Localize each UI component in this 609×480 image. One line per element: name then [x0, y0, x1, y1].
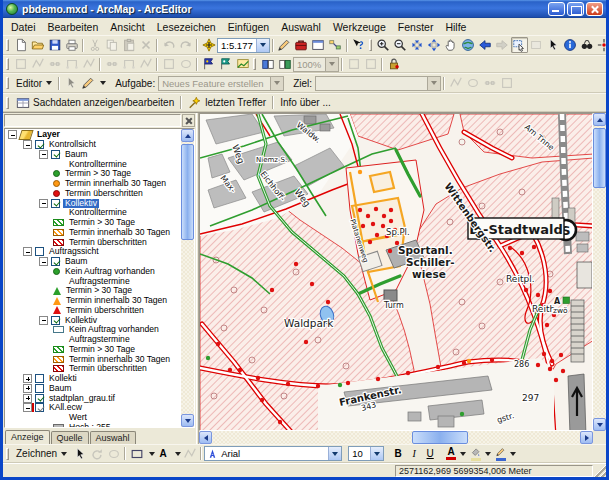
collapse-icon[interactable] — [23, 403, 32, 412]
fixed-zoom-out-button[interactable] — [426, 37, 443, 53]
menu-ansicht[interactable]: Ansicht — [104, 20, 150, 34]
layer-checkbox[interactable] — [51, 316, 60, 325]
go-back-button[interactable] — [477, 37, 494, 53]
toc-scrollbar[interactable] — [181, 129, 194, 427]
bold-button[interactable]: B — [390, 446, 406, 461]
toc-row-baum3[interactable]: Baum — [5, 384, 181, 394]
zoom-out-tool[interactable] — [392, 37, 409, 53]
add-data-button[interactable] — [200, 37, 217, 53]
font-name-value[interactable]: Arial — [218, 448, 328, 459]
map-canvas[interactable]: S E.-Stadtwald Sportanl. Schiller- wiese… — [199, 113, 593, 431]
scrollbar-thumb[interactable] — [412, 431, 468, 444]
scroll-up-icon[interactable] — [181, 129, 194, 142]
italic-button[interactable]: I — [406, 446, 422, 461]
layer-checkbox-warning[interactable] — [35, 403, 44, 412]
toc-row-kall[interactable]: KAll.ecw — [5, 403, 181, 413]
zeichnen-menu-button[interactable]: Zeichnen — [12, 446, 71, 462]
font-size-combo[interactable]: 10 — [348, 446, 384, 461]
layer-checkbox[interactable] — [35, 374, 44, 383]
font-size-value[interactable]: 10 — [349, 448, 370, 459]
arctoolbox-button[interactable] — [293, 37, 310, 53]
chevron-down-icon[interactable] — [256, 39, 269, 52]
expand-icon[interactable] — [23, 384, 32, 393]
map-edit-tool[interactable] — [234, 56, 251, 72]
open-button[interactable] — [29, 37, 46, 53]
model-builder-button[interactable] — [327, 37, 344, 53]
collapse-icon[interactable] — [23, 247, 32, 256]
editor-menu-button[interactable]: Editor — [12, 75, 56, 91]
print-button[interactable] — [63, 37, 80, 53]
tab-auswahl[interactable]: Auswahl — [90, 431, 136, 444]
chevron-down-icon[interactable] — [485, 452, 491, 459]
menu-einfuegen[interactable]: Einfügen — [222, 20, 275, 34]
legend-item[interactable]: Termin überschritten — [5, 364, 181, 374]
whats-this-button[interactable] — [350, 37, 367, 53]
map-view[interactable]: S E.-Stadtwald Sportanl. Schiller- wiese… — [200, 114, 593, 431]
layer-checkbox[interactable] — [35, 140, 44, 149]
menu-datei[interactable]: Datei — [5, 20, 42, 34]
letzter-treffer-button[interactable]: letzten Treffer — [184, 95, 270, 111]
layer-checkbox[interactable] — [35, 384, 44, 393]
toolbar-grip[interactable] — [6, 448, 9, 460]
find-tool[interactable] — [579, 37, 596, 53]
sachdaten-button[interactable]: Sachdaten anzeigen/bearbeiten — [12, 95, 178, 111]
chevron-down-icon[interactable] — [510, 452, 516, 459]
scroll-left-icon[interactable] — [199, 431, 212, 444]
collapse-icon[interactable] — [39, 316, 48, 325]
map-horizontal-scrollbar[interactable] — [199, 431, 593, 444]
close-button[interactable] — [586, 2, 603, 16]
menu-werkzeuge[interactable]: Werkzeuge — [327, 20, 392, 34]
collapse-icon[interactable] — [39, 150, 48, 159]
scroll-right-icon[interactable] — [580, 431, 593, 444]
go-to-xy-tool[interactable] — [596, 37, 609, 53]
toolbar-grip[interactable] — [6, 39, 9, 51]
menu-lesezeichen[interactable]: Lesezeichen — [151, 20, 222, 34]
command-line-button[interactable] — [310, 37, 327, 53]
layer-checkbox[interactable] — [51, 257, 60, 266]
fill-color-button[interactable] — [468, 446, 493, 461]
expand-icon[interactable] — [23, 374, 32, 383]
legend-item[interactable]: Kein Auftrag vorhanden — [5, 267, 181, 277]
toolbar-grip[interactable] — [369, 39, 372, 51]
tab-quelle[interactable]: Quelle — [51, 431, 89, 444]
toc-header-field[interactable] — [4, 114, 181, 127]
flag-tool-blue[interactable] — [200, 56, 217, 72]
pan-tool[interactable] — [443, 37, 460, 53]
scroll-up-icon[interactable] — [593, 113, 606, 126]
toolbar-grip[interactable] — [6, 97, 9, 109]
new-map-button[interactable] — [12, 37, 29, 53]
chevron-down-icon[interactable] — [460, 452, 466, 459]
scrollbar-thumb[interactable] — [593, 128, 606, 188]
toc-row-baum[interactable]: Baum — [5, 150, 181, 160]
save-button[interactable] — [46, 37, 63, 53]
collapse-icon[interactable] — [39, 199, 48, 208]
map-scale-value[interactable]: 1:5.177 — [218, 40, 256, 51]
chevron-down-icon[interactable] — [100, 81, 106, 88]
scroll-down-icon[interactable] — [593, 418, 606, 431]
layer-checkbox[interactable] — [51, 150, 60, 159]
zoom-in-tool[interactable] — [375, 37, 392, 53]
scrollbar-thumb[interactable] — [181, 144, 194, 240]
select-elements-tool[interactable] — [71, 446, 88, 462]
expand-icon[interactable] — [23, 394, 32, 403]
layer-tree[interactable]: Layer Kontrollsicht Baum Kontrolltermine… — [5, 129, 181, 427]
layer-checkbox[interactable] — [35, 247, 44, 256]
menu-hilfe[interactable]: Hilfe — [439, 20, 472, 34]
legend-item[interactable]: Termin > 30 Tage — [5, 345, 181, 355]
shape-tool[interactable] — [128, 446, 145, 462]
editor-toolbar-button[interactable] — [276, 37, 293, 53]
close-icon[interactable] — [182, 114, 195, 127]
info-ueber-button[interactable]: Info über ... — [276, 95, 335, 111]
maximize-button[interactable] — [567, 2, 584, 16]
toc-row-stadtplan[interactable]: stadtplan_grau.tif — [5, 393, 181, 403]
title-bar[interactable]: pbdemo.mxd - ArcMap - ArcEditor — [3, 0, 606, 18]
toc-row-kontrollsicht[interactable]: Kontrollsicht — [5, 140, 181, 150]
toolbar-grip[interactable] — [6, 58, 9, 70]
identify-tool[interactable] — [562, 37, 579, 53]
convert-left-button[interactable] — [259, 56, 276, 72]
scroll-down-icon[interactable] — [181, 414, 194, 427]
select-features-tool[interactable] — [511, 37, 528, 53]
line-color-button[interactable] — [493, 446, 518, 461]
chevron-down-icon[interactable] — [370, 447, 383, 460]
menu-auswahl[interactable]: Auswahl — [275, 20, 327, 34]
